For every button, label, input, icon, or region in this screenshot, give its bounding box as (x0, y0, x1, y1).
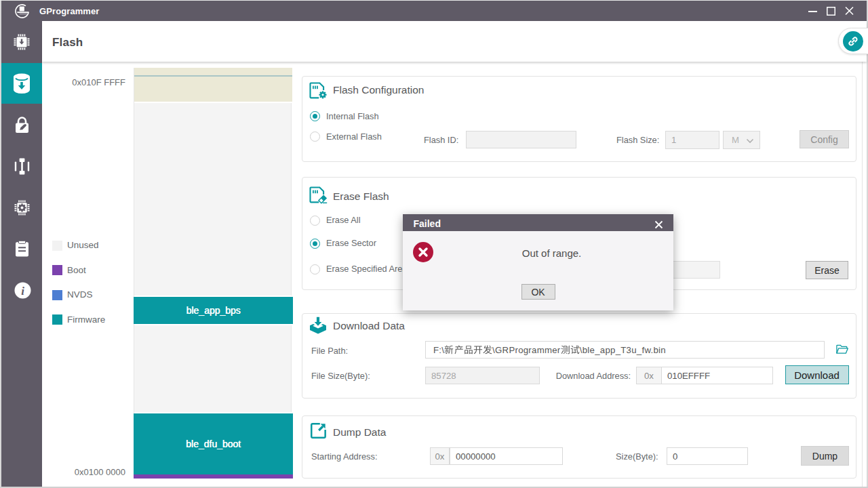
svg-text:i: i (21, 285, 24, 298)
